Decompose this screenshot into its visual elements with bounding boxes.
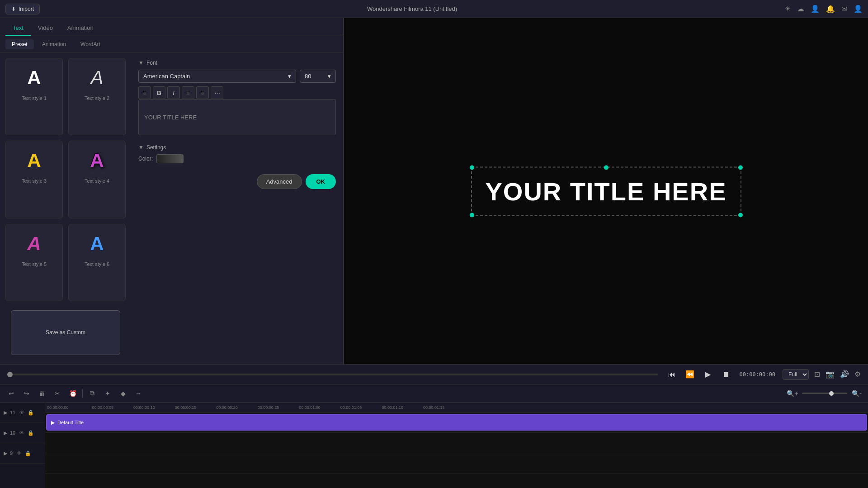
tab-animation[interactable]: Animation <box>60 21 101 36</box>
zoom-out-button[interactable]: 🔍- <box>851 388 863 399</box>
crop-button[interactable]: ✦ <box>102 388 113 399</box>
track-row-11[interactable]: ▶ Default Title <box>45 412 868 433</box>
track-label-9: ▶ 9 👁 🔒 <box>0 443 45 464</box>
ruler-tick-3: 00:00:00:15 <box>175 405 197 410</box>
quality-select[interactable]: Full 1/2 1/4 <box>783 369 809 380</box>
handle-tl[interactable] <box>469 165 474 170</box>
account-icon[interactable]: 👤 <box>854 5 863 13</box>
play-button[interactable]: ▶ <box>702 368 714 381</box>
split-button[interactable]: ⧉ <box>86 388 98 399</box>
handle-br[interactable] <box>738 213 743 217</box>
zoom-slider[interactable] <box>802 393 847 394</box>
text-preview-area[interactable]: YOUR TITLE HERE <box>138 99 336 135</box>
font-section: ▼ Font American Captain ▾ 80 ▾ <box>138 60 336 135</box>
ok-button[interactable]: OK <box>306 174 336 189</box>
progress-bar[interactable] <box>7 374 658 375</box>
handle-bl[interactable] <box>469 213 474 217</box>
subtab-preset[interactable]: Preset <box>5 39 34 49</box>
align-center-button[interactable]: ≡ <box>182 86 194 99</box>
undo-button[interactable]: ↩ <box>5 388 17 399</box>
align-left-button[interactable]: ≡ <box>138 86 151 99</box>
style-item-5[interactable]: A Text style 5 <box>5 224 63 301</box>
ruler-tick-0: 00:00:00:00 <box>47 405 69 410</box>
settings-chevron-icon: ▼ <box>138 144 144 151</box>
transform-button[interactable]: ↔ <box>132 388 144 399</box>
rewind-button[interactable]: ⏮ <box>665 368 678 381</box>
panel-tabs: Text Video Animation <box>0 18 343 36</box>
handle-tc[interactable] <box>604 165 609 170</box>
audio-icon[interactable]: 🔊 <box>840 370 849 379</box>
track-clip-11[interactable]: ▶ Default Title <box>46 414 867 431</box>
text-preview-content: YOUR TITLE HERE <box>144 114 197 121</box>
track-lock-11[interactable]: 🔒 <box>27 409 34 416</box>
bold-button[interactable]: B <box>153 86 165 99</box>
redo-button[interactable]: ↪ <box>21 388 33 399</box>
track-icon-11: ▶ <box>4 410 7 416</box>
style-label-2: Text style 2 <box>72 95 122 101</box>
camera-icon[interactable]: 📷 <box>826 370 835 379</box>
ripple-button[interactable]: ⏰ <box>67 388 79 399</box>
font-select[interactable]: American Captain ▾ <box>138 70 296 83</box>
save-custom-button[interactable]: Save as Custom <box>11 310 120 355</box>
track-row-9[interactable] <box>45 453 868 474</box>
track-row-10[interactable] <box>45 433 868 453</box>
style-item-4[interactable]: A Text style 4 <box>68 141 126 218</box>
notification-icon[interactable]: 🔔 <box>826 5 835 13</box>
font-chevron-icon: ▼ <box>138 60 144 66</box>
ruler-tick-9: 00:00:01:15 <box>423 405 445 410</box>
track-controls-11: 👁 🔒 <box>18 409 34 416</box>
more-format-button[interactable]: ⋯ <box>211 86 223 99</box>
panel-body: A Text style 1 A Text style 2 A Text sty… <box>0 52 343 364</box>
import-button[interactable]: ⬇ Import <box>5 4 40 14</box>
sun-icon[interactable]: ☀ <box>784 5 791 13</box>
track-eye-10[interactable]: 👁 <box>18 429 25 436</box>
left-panel: Text Video Animation Preset Animation Wo… <box>0 18 344 364</box>
progress-thumb[interactable] <box>7 372 13 377</box>
delete-button[interactable]: 🗑 <box>36 388 48 399</box>
track-eye-11[interactable]: 👁 <box>18 409 25 416</box>
track-lock-10[interactable]: 🔒 <box>27 429 34 436</box>
settings-icon[interactable]: ⚙ <box>854 370 861 379</box>
title-container[interactable]: YOUR TITLE HERE <box>471 166 741 216</box>
style-preview-4: A <box>72 145 122 176</box>
settings-section-label: Settings <box>146 144 166 151</box>
subtab-wordart[interactable]: WordArt <box>74 39 107 49</box>
zoom-in-button[interactable]: 🔍+ <box>787 388 798 399</box>
handle-tr[interactable] <box>738 165 743 170</box>
track-number-9: 9 <box>10 450 13 456</box>
settings-section-header: ▼ Settings <box>138 144 336 151</box>
clip-label-11: Default Title <box>57 420 84 425</box>
mail-icon[interactable]: ✉ <box>841 5 847 13</box>
keyframe-button[interactable]: ◆ <box>117 388 129 399</box>
color-swatch[interactable] <box>156 154 184 163</box>
track-number-11: 11 <box>10 410 15 415</box>
step-back-button[interactable]: ⏪ <box>684 368 696 381</box>
color-label: Color: <box>138 156 153 162</box>
subtab-animation[interactable]: Animation <box>36 39 72 49</box>
tab-video[interactable]: Video <box>31 21 60 36</box>
color-row: Color: <box>138 154 336 163</box>
time-display: 00:00:00:00 <box>740 371 775 378</box>
italic-button[interactable]: I <box>167 86 180 99</box>
style-item-1[interactable]: A Text style 1 <box>5 58 63 135</box>
cut-button[interactable]: ✂ <box>52 388 63 399</box>
style-item-6[interactable]: A Text style 6 <box>68 224 126 301</box>
track-eye-9[interactable]: 👁 <box>15 450 23 457</box>
stop-button[interactable]: ⏹ <box>720 368 732 381</box>
style-item-2[interactable]: A Text style 2 <box>68 58 126 135</box>
fullscreen-icon[interactable]: ⊡ <box>814 370 820 379</box>
clip-icon-11: ▶ <box>51 420 55 426</box>
align-right-button[interactable]: ≡ <box>196 86 209 99</box>
editor-panel: ▼ Font American Captain ▾ 80 ▾ <box>131 52 343 364</box>
font-size-input[interactable]: 80 ▾ <box>300 70 336 83</box>
style-preview-5: A <box>9 228 59 260</box>
track-lock-9[interactable]: 🔒 <box>24 450 32 457</box>
cloud-icon[interactable]: ☁ <box>797 5 804 13</box>
topbar-icons: ☀ ☁ 👤 🔔 ✉ 👤 <box>784 5 863 13</box>
user-icon[interactable]: 👤 <box>811 5 820 13</box>
tab-text[interactable]: Text <box>5 21 31 36</box>
zoom-thumb <box>829 391 834 396</box>
advanced-button[interactable]: Advanced <box>257 174 302 189</box>
track-icon-9: ▶ <box>4 450 7 456</box>
style-item-3[interactable]: A Text style 3 <box>5 141 63 218</box>
